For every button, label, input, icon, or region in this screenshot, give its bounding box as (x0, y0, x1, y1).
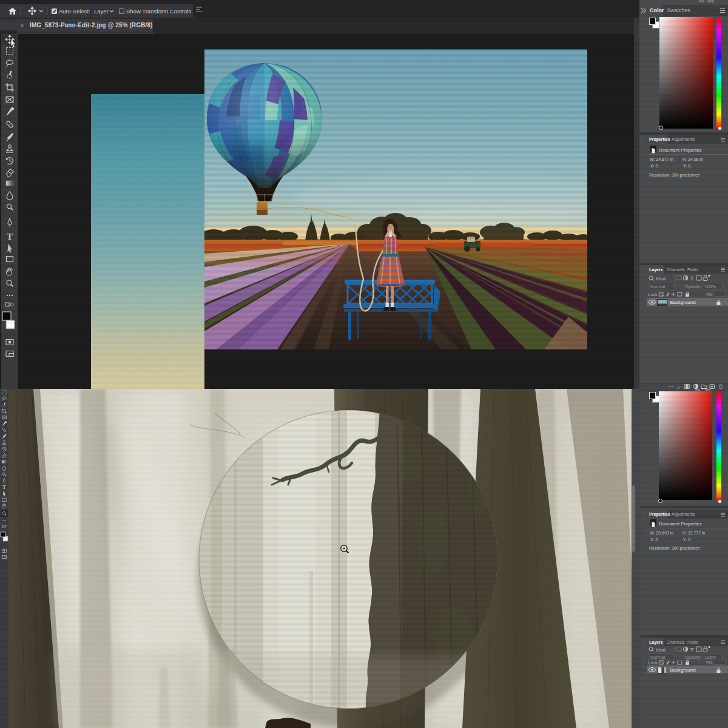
svg-text:Layer: Layer (94, 8, 109, 15)
svg-text:Auto-Select:: Auto-Select: (59, 8, 90, 15)
svg-text:Kind: Kind (656, 647, 666, 653)
svg-text:T: T (690, 647, 694, 653)
svg-text:Show Transform Controls: Show Transform Controls (126, 8, 191, 15)
svg-text:Kind: Kind (656, 276, 666, 281)
svg-text:T: T (690, 275, 694, 281)
